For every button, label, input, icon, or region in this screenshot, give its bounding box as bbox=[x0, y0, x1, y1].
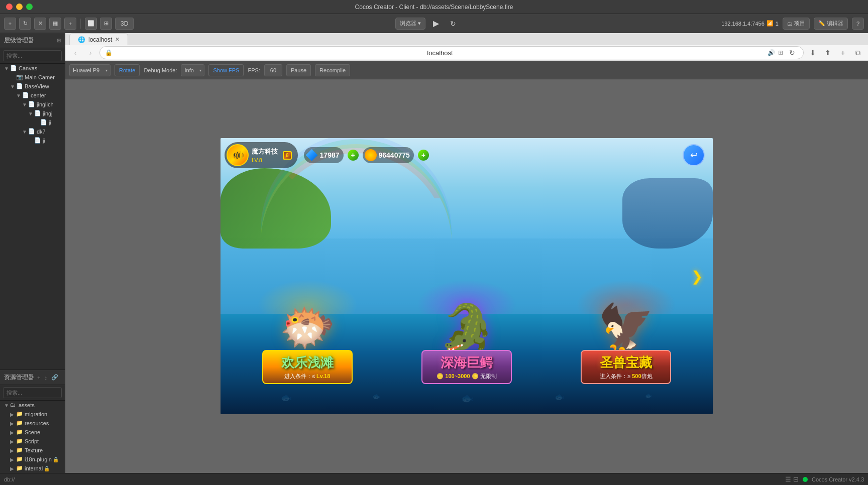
tree-item-dk7[interactable]: ▼ 📄 dk7 bbox=[0, 127, 65, 136]
add-diamond-button[interactable]: + bbox=[348, 150, 359, 161]
browser-share-button[interactable]: ⬆ bbox=[822, 47, 834, 59]
separator-1 bbox=[80, 19, 81, 29]
tab-close-icon[interactable]: ✕ bbox=[115, 36, 120, 43]
next-room-arrow[interactable]: ❯ bbox=[691, 268, 703, 285]
tree-item-baseview[interactable]: ▼ 📄 BaseView bbox=[0, 82, 65, 91]
tree-item-ji1[interactable]: 📄 ji bbox=[0, 118, 65, 127]
chart-button[interactable]: ▦ bbox=[49, 18, 61, 30]
close-button[interactable] bbox=[6, 4, 13, 10]
asset-item-resources[interactable]: ▶ 📁 resources bbox=[0, 419, 65, 428]
window-controls bbox=[6, 4, 33, 10]
project-button[interactable]: 🗂 项目 bbox=[783, 18, 810, 30]
room1-name-text: 欢乐浅滩 bbox=[281, 354, 334, 372]
asset-sort-icon[interactable]: ↕ bbox=[44, 375, 47, 381]
status-grid-icon[interactable]: ⊟ bbox=[793, 475, 799, 483]
browser-back-button[interactable]: ‹ bbox=[69, 47, 81, 59]
player-avatar: 🐠 bbox=[227, 144, 249, 166]
close-doc-button[interactable]: ✕ bbox=[34, 18, 46, 30]
debug-mode-select[interactable]: Info bbox=[181, 64, 204, 76]
i18n-label: i18n-plugin bbox=[25, 456, 52, 462]
tree-item-jinglich[interactable]: ▼ 📄 jinglich bbox=[0, 100, 65, 109]
room1-name-panel[interactable]: 欢乐浅滩 进入条件：≤ Lv.18 bbox=[262, 350, 353, 384]
add-button[interactable]: + bbox=[4, 18, 16, 30]
center-content: 🌐 localhost ✕ ‹ › 🔒 localhost 🔊 ⊞ ↻ ⬇ ⬆ … bbox=[65, 33, 868, 473]
hierarchy-search-bar bbox=[0, 48, 65, 64]
3d-button[interactable]: 3D bbox=[115, 18, 134, 30]
hierarchy-options-icon[interactable]: ⊞ bbox=[57, 38, 61, 43]
recompile-button[interactable]: Recompile bbox=[315, 64, 350, 76]
show-fps-button[interactable]: Show FPS bbox=[208, 64, 244, 76]
tree-item-center[interactable]: ▼ 📄 center bbox=[0, 91, 65, 100]
browser-bar: 🌐 localhost ✕ ‹ › 🔒 localhost 🔊 ⊞ ↻ ⬇ ⬆ … bbox=[65, 33, 868, 61]
back-button[interactable]: ↩ bbox=[683, 144, 705, 166]
baseview-label: BaseView bbox=[25, 83, 49, 89]
address-bar[interactable]: 🔒 localhost 🔊 ⊞ ↻ bbox=[99, 46, 804, 59]
browser-tabs-button[interactable]: ⧉ bbox=[852, 47, 864, 59]
minimize-button[interactable] bbox=[16, 4, 23, 10]
hierarchy-search-input[interactable] bbox=[3, 50, 62, 61]
browser-forward-button[interactable]: › bbox=[84, 47, 96, 59]
room3-name-panel[interactable]: 圣兽宝藏 进入条件：≥ 500倍炮 bbox=[581, 350, 671, 384]
play-button[interactable]: ▶ bbox=[429, 17, 443, 30]
internal-label: internal bbox=[25, 465, 43, 471]
browser-dropdown-button[interactable]: 浏览器 ▾ bbox=[395, 18, 425, 30]
diamond-currency: 17987 bbox=[304, 147, 344, 163]
browser-download-button[interactable]: ⬇ bbox=[807, 47, 819, 59]
browser-tab-localhost[interactable]: 🌐 localhost ✕ bbox=[69, 33, 128, 45]
editor-button[interactable]: ✏️ 编辑器 bbox=[814, 18, 848, 30]
asset-search-input[interactable] bbox=[3, 387, 62, 398]
fps-input[interactable] bbox=[264, 64, 282, 76]
add-coin-button[interactable]: + bbox=[418, 150, 429, 161]
tree-item-canvas[interactable]: ▼ 📄 Canvas bbox=[0, 64, 65, 73]
status-list-icon[interactable]: ☰ bbox=[785, 475, 791, 483]
editor-label: 编辑器 bbox=[827, 20, 843, 27]
preview-button[interactable]: ⬜ bbox=[85, 18, 97, 30]
address-reload-button[interactable]: ↻ bbox=[786, 47, 798, 59]
asset-item-texture[interactable]: ▶ 📁 Texture bbox=[0, 446, 65, 455]
migration-label: migration bbox=[25, 411, 47, 417]
center-arrow-icon: ▼ bbox=[16, 93, 22, 98]
jingj-label: jingj bbox=[43, 110, 53, 116]
browser-controls: ‹ › 🔒 localhost 🔊 ⊞ ↻ ⬇ ⬆ + ⧉ bbox=[65, 45, 868, 61]
help-button[interactable]: ? bbox=[852, 18, 864, 30]
asset-item-migration[interactable]: ▶ 📁 migration bbox=[0, 410, 65, 419]
canvas-icon: 📄 bbox=[10, 65, 17, 72]
migration-arrow-icon: ▶ bbox=[10, 412, 16, 417]
main-toolbar: + ↻ ✕ ▦ + ⬜ ⊞ 3D 浏览器 ▾ ▶ ↻ 192.168.1.4:7… bbox=[0, 14, 868, 33]
maximize-button[interactable] bbox=[26, 4, 33, 10]
center-icon: 📄 bbox=[22, 92, 29, 99]
canvas-label: Canvas bbox=[19, 65, 37, 71]
room2-name-panel[interactable]: 深海巨鳄 🪙 100~3000 🪙 无限制 bbox=[421, 350, 512, 384]
i18n-arrow-icon: ▶ bbox=[10, 457, 16, 462]
room3-condition-highlight: 500 bbox=[632, 373, 641, 379]
ji1-icon: 📄 bbox=[40, 119, 47, 126]
asset-item-internal[interactable]: ▶ 📁 internal 🔒 bbox=[0, 464, 65, 473]
room1-condition: 进入条件：≤ Lv.18 bbox=[284, 373, 330, 380]
asset-add-icon[interactable]: + bbox=[37, 375, 40, 381]
player-name: 魔方科技 bbox=[252, 147, 278, 156]
add2-button[interactable]: + bbox=[64, 18, 76, 30]
asset-item-i18nplugin[interactable]: ▶ 📁 i18n-plugin 🔒 bbox=[0, 455, 65, 464]
refresh-button[interactable]: ↻ bbox=[19, 18, 31, 30]
asset-item-assets[interactable]: ▼ 🗂 assets bbox=[0, 401, 65, 410]
layout-button[interactable]: ⊞ bbox=[100, 18, 112, 30]
pause-button[interactable]: Pause bbox=[286, 64, 311, 76]
tree-item-maincamera[interactable]: 📷 Main Camer bbox=[0, 73, 65, 82]
tree-item-ji2[interactable]: 📄 ji bbox=[0, 136, 65, 145]
room3-char-image: 🦅 bbox=[598, 305, 654, 350]
asset-manager-header: 资源管理器 + ↕ 🔗 bbox=[0, 370, 65, 385]
rotate-button[interactable]: Rotate bbox=[115, 64, 140, 76]
browser-new-tab-button[interactable]: + bbox=[837, 47, 849, 59]
address-text[interactable]: localhost bbox=[116, 49, 765, 57]
ji2-icon: 📄 bbox=[34, 137, 41, 144]
address-screen-icon: ⊞ bbox=[778, 49, 783, 56]
tree-item-jingj[interactable]: ▼ 📄 jingj bbox=[0, 109, 65, 118]
asset-item-script[interactable]: ▶ 📁 Script bbox=[0, 437, 65, 446]
level-badge-text: 6 bbox=[286, 153, 289, 158]
asset-link-icon[interactable]: 🔗 bbox=[51, 374, 58, 381]
device-select[interactable]: Huawei P9 bbox=[69, 64, 111, 76]
reload-button[interactable]: ↻ bbox=[447, 17, 460, 30]
coin-amount: 96440775 bbox=[379, 151, 410, 159]
asset-item-scene[interactable]: ▶ 📁 Scene bbox=[0, 428, 65, 437]
tab-label: localhost bbox=[88, 36, 112, 43]
